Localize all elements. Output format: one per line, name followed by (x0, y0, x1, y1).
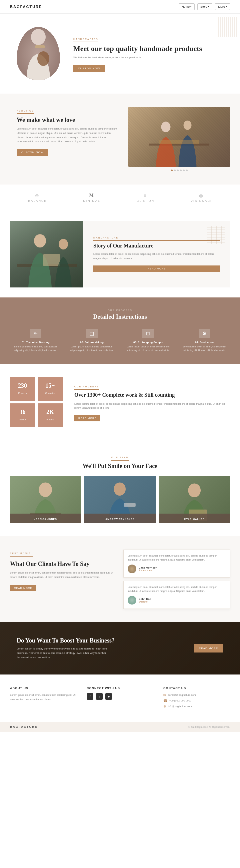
svg-point-8 (34, 234, 46, 247)
about-label: ABOUT US (17, 110, 34, 114)
hero-eyebrow: HANDCRAFTED (73, 38, 98, 42)
instructions-grid: ✏ 01. Technical Drawing Lorem ipsum dolo… (10, 329, 230, 352)
dot-6[interactable] (186, 169, 188, 171)
social-icons: f t ▶ (87, 693, 153, 700)
cta-desc: Lorem Ipsum is simply dummy text to prov… (17, 647, 110, 659)
svg-point-5 (184, 121, 192, 130)
email-icon-1: ✉ (163, 693, 166, 697)
clinton-icon: ≡ (137, 193, 154, 198)
brands-section: ⊕ BALANCE M MINIMAL ≡ CLINTON ◎ VISIONAC… (0, 185, 240, 211)
author-name-1: Jane Morrison (139, 566, 157, 569)
svg-point-13 (114, 482, 126, 496)
team-member-2: ANDREW REYNOLDS (84, 476, 155, 523)
about-cta-button[interactable]: CUSTOM NOW (17, 149, 48, 156)
technical-drawing-icon: ✏ (30, 329, 41, 338)
phone-icon: ☎ (163, 699, 167, 703)
svg-point-10 (59, 239, 68, 249)
brand-balance: ⊕ BALANCE (28, 193, 47, 203)
team-name-bar-2: ANDREW REYNOLDS (84, 514, 155, 523)
testimonials-cards: Lorem ipsum dolor sit amet, consectetuer… (123, 550, 230, 609)
testimonials-content: TESTIMONIAL What Our Clients Have To Say… (10, 550, 117, 609)
instruction-2: ◫ 02. Pattern Making Lorem ipsum dolor s… (66, 329, 118, 352)
balance-icon: ⊕ (28, 193, 47, 198)
team-member-3: KYLE WALKER (159, 476, 230, 523)
stats-grid: 230 Projects 15+ Countries 36 Awards 2K … (10, 377, 63, 427)
instruction-4: ⚙ 04. Production Lorem ipsum dolor sit a… (179, 329, 230, 352)
dot-3[interactable] (177, 169, 179, 171)
stats-desc: Lorem ipsum dolor sit amet, consectetuer… (74, 402, 230, 411)
nav-links: Home ▾ Store ▾ More ▾ (179, 3, 230, 10)
dot-1[interactable] (171, 169, 173, 171)
author-role-1: Entrepreneur (139, 569, 157, 571)
carousel-dots (128, 169, 230, 171)
about-title: We make what we love (17, 117, 118, 124)
stats-eyebrow: OUR NUMBERS (74, 385, 99, 390)
instruction-3: ⊡ 03. Prototyping Sample Lorem ipsum dol… (123, 329, 174, 352)
stat-countries: 15+ Countries (38, 377, 63, 401)
cta-title: Do You Want To Boost Your Business? (17, 637, 115, 644)
svg-rect-6 (159, 140, 199, 144)
stat-awards: 36 Awards (10, 403, 35, 427)
about-text: Lorem ipsum dolor sit amet, consectetuer… (17, 127, 118, 144)
testimonials-section: TESTIMONIAL What Our Clients Have To Say… (0, 536, 240, 622)
cta-banner: Do You Want To Boost Your Business? Lore… (0, 622, 240, 675)
brand-visionaci: ◎ VISIONACI (191, 193, 212, 203)
team-image-1: JESSICA JONES (10, 476, 81, 523)
manufacture-cta-button[interactable]: READ MORE (93, 266, 220, 272)
footer-contact: CONTACT US ✉ contact@bagfacture.com ☎ +0… (163, 686, 230, 710)
email-icon-2: ⊕ (163, 705, 166, 708)
visionaci-icon: ◎ (191, 193, 212, 198)
contact-email-2: ⊕ info@bagfacture.com (163, 705, 230, 708)
stats-section: 230 Projects 15+ Countries 36 Awards 2K … (0, 364, 240, 440)
facebook-icon[interactable]: f (87, 693, 93, 700)
footer-connect: CONNECT WITH US f t ▶ (87, 686, 153, 710)
about-section: ABOUT US We make what we love Lorem ipsu… (0, 94, 240, 185)
dot-5[interactable] (183, 169, 185, 171)
hero-title: Meet our top quality handmade products (73, 44, 220, 53)
testimonial-text-1: Lorem ipsum dolor sit amet, consectetuer… (128, 554, 226, 562)
testimonials-cta-button[interactable]: READ MORE (10, 585, 36, 591)
footer-top: ABOUT US Lorem ipsum dolor sit amet, con… (0, 675, 240, 722)
nav-more[interactable]: More ▾ (215, 3, 230, 10)
manufacture-deco (207, 226, 225, 244)
dot-4[interactable] (180, 169, 182, 171)
about-content: ABOUT US We make what we love Lorem ipsu… (10, 107, 125, 171)
dot-2[interactable] (174, 169, 176, 171)
more-caret-icon: ▾ (226, 5, 227, 8)
team-image-3: KYLE WALKER (159, 476, 230, 523)
footer-about: ABOUT US Lorem ipsum dolor sit amet, con… (10, 686, 77, 710)
youtube-icon[interactable]: ▶ (105, 693, 112, 700)
contact-phone: ☎ +00 (000) 000-0000 (163, 699, 230, 703)
production-icon: ⚙ (199, 329, 210, 338)
instructions-label: OUR PROCESS (10, 309, 230, 311)
manufacture-title: Story of Our Manufacture (93, 243, 220, 249)
author-avatar-1 (128, 564, 136, 573)
svg-point-11 (39, 482, 52, 497)
stats-content: OUR NUMBERS Over 1300+ Complete work & S… (69, 383, 230, 421)
manufacture-content: MANUFACTURE Story of Our Manufacture Lor… (83, 221, 230, 287)
testimonial-author-2: John Doe Designer (128, 596, 226, 604)
brand-minimal: M MINIMAL (83, 193, 100, 203)
stats-title: Over 1300+ Complete work & Still countin… (74, 392, 230, 399)
twitter-icon[interactable]: t (96, 693, 103, 700)
nav-store[interactable]: Store ▾ (197, 3, 213, 10)
footer: ABOUT US Lorem ipsum dolor sit amet, con… (0, 675, 240, 732)
hero-cta-button[interactable]: CUSTOM NOW (73, 65, 105, 72)
cta-button[interactable]: READ MORE (194, 644, 223, 652)
manufacture-label: MANUFACTURE (93, 237, 220, 241)
hero-content: HANDCRAFTED Meet our top quality handmad… (73, 35, 220, 72)
navbar: BAGFACTURE Home ▾ Store ▾ More ▾ (0, 0, 240, 14)
testimonials-title: What Our Clients Have To Say (10, 561, 117, 567)
testimonial-1: Lorem ipsum dolor sit amet, consectetuer… (123, 550, 230, 578)
pattern-making-icon: ◫ (86, 329, 98, 338)
stats-cta-button[interactable]: READ MORE (74, 415, 100, 421)
hero-subtitle: We Believe the best ideas emerge from th… (73, 56, 220, 60)
manufacture-desc: Lorem ipsum dolor sit amet, consectetuer… (93, 252, 220, 261)
nav-home[interactable]: Home ▾ (179, 3, 195, 10)
testimonial-author-1: Jane Morrison Entrepreneur (128, 564, 226, 573)
footer-contact-title: CONTACT US (163, 686, 230, 690)
footer-copyright: © 2023 Bagfacture. All Rights Reserved. (188, 726, 230, 728)
author-name-2: John Doe (139, 597, 151, 600)
footer-bottom-logo: BAGFACTURE (10, 725, 38, 728)
svg-rect-9 (43, 254, 60, 266)
